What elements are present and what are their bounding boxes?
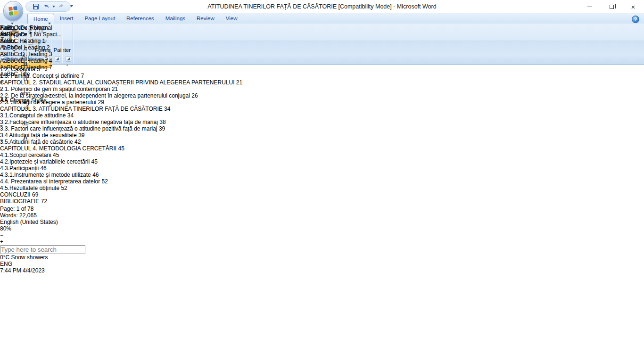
- styles-dialog-launcher[interactable]: ◢: [55, 56, 60, 62]
- title-bar: ATITUDINEA TINERILOR FAȚĂ DE CĂSĂTORIE […: [0, 0, 644, 13]
- toc-row[interactable]: 1.3. Familia. Concept și definire 7: [0, 73, 644, 79]
- find-button[interactable]: Find: [0, 25, 27, 31]
- highlight-color-button[interactable]: ab: [0, 120, 51, 127]
- restore-icon: [610, 5, 614, 9]
- ribbon-tab[interactable]: References: [121, 14, 160, 24]
- change-styles-label: Change Styles: [10, 97, 47, 104]
- ribbon-tab[interactable]: Insert: [54, 14, 79, 24]
- font-color-dropdown-icon[interactable]: [0, 140, 3, 148]
- language-status[interactable]: English (United States): [0, 219, 644, 225]
- toc-row[interactable]: 3.5.Atitudini față de căsătorie 42: [0, 139, 644, 145]
- office-logo-icon: [8, 6, 18, 16]
- toc-page-number: 45: [118, 145, 124, 152]
- toc-row[interactable]: 4.4. Prezentarea si interpretarea datelo…: [0, 178, 644, 185]
- zoom-out-button[interactable]: −: [0, 232, 644, 239]
- toc-row[interactable]: CAPITOLUL 4. METODOLOGIA CERCETĂRII 45: [0, 145, 644, 152]
- minimize-button[interactable]: [579, 0, 601, 13]
- window-controls: ×: [579, 0, 644, 13]
- superscript-icon: x²: [23, 105, 28, 112]
- clock-time: 7:44 PM: [0, 267, 21, 274]
- toc-row[interactable]: CAPITOLUL 2. STADIUL ACTUAL AL CUNOAȘTER…: [0, 79, 644, 86]
- select-button[interactable]: Select: [0, 38, 27, 44]
- word-count[interactable]: Words: 22,065: [0, 212, 644, 219]
- styles-more-button[interactable]: [0, 90, 62, 97]
- zoom-level[interactable]: 80%: [0, 225, 644, 232]
- toc-page-number: 21: [112, 86, 118, 92]
- toc-row[interactable]: 4.3.1.Instrumente și metode utilizate 46: [0, 172, 644, 178]
- toc-entry-text: 4.1.Scopul cercetării: [0, 152, 51, 158]
- office-button[interactable]: [3, 1, 23, 21]
- language-indicator[interactable]: ENG: [0, 261, 12, 267]
- ribbon-tab[interactable]: Mailings: [160, 14, 191, 24]
- style-name: Heading 2: [24, 44, 50, 51]
- ribbon-tab[interactable]: Home: [27, 14, 54, 24]
- toc-row[interactable]: 2.2. De la strategia zestrei, la indepen…: [0, 92, 644, 99]
- page-count[interactable]: Page: 1 of 78: [0, 206, 644, 212]
- ribbon-tab[interactable]: View: [220, 14, 243, 24]
- styles-more-icon: [0, 89, 3, 97]
- highlight-dropdown-icon[interactable]: [0, 125, 3, 134]
- close-icon: ×: [631, 3, 636, 10]
- toc-page-number: 34: [67, 112, 74, 119]
- toc-row[interactable]: 3.2.Factori care influențează o atitudin…: [0, 119, 644, 125]
- style-name: Heading 7: [26, 64, 52, 71]
- ribbon-tab[interactable]: Page Layout: [79, 14, 121, 24]
- superscript-button[interactable]: x²: [0, 105, 51, 112]
- toc-page-number: 7: [81, 73, 84, 79]
- toc-row[interactable]: CAPITOLUL 3. ATITUDINEA TINERILOR FAȚĂ D…: [0, 106, 644, 112]
- redo-button[interactable]: [57, 2, 66, 11]
- toc-row[interactable]: 2.3. Strategii de alegere a partenerului…: [0, 99, 644, 106]
- toc-page-number: 69: [32, 191, 38, 198]
- toc-row[interactable]: 2.1. Polemici de gen în spațiul contempo…: [0, 86, 644, 92]
- toc-row[interactable]: 4.5.Rezultatele obținute 52: [0, 185, 644, 191]
- toc-page-number: 45: [53, 152, 59, 158]
- toc-page-number: 34: [164, 106, 170, 112]
- change-styles-dropdown-icon: [47, 95, 50, 104]
- toc-page-number: 29: [98, 99, 104, 106]
- toc-page-number: 38: [159, 119, 165, 125]
- weather-widget[interactable]: 0°C Snow showers: [0, 254, 644, 261]
- save-button[interactable]: [32, 2, 40, 11]
- toc-row[interactable]: 3.4 Atitudini față de sexualitate 39: [0, 132, 644, 139]
- toc-row[interactable]: 1.2. Căsătoria 5: [0, 66, 644, 73]
- system-tray: 0°C Snow showers ENG 7:44 PM 4/4/2023: [0, 254, 644, 274]
- toc-row[interactable]: 3.1.Conceptul de atitudine 34: [0, 112, 644, 119]
- toc-row[interactable]: 4.1.Scopul cercetării 45: [0, 152, 644, 158]
- toc-page-number: 45: [91, 158, 97, 165]
- find-label: Find: [0, 25, 11, 31]
- zoom-in-button[interactable]: +: [0, 239, 644, 245]
- toc-row[interactable]: CONCLUZII 69: [0, 191, 644, 198]
- toc-row[interactable]: 4.2.Ipotezele și variabilele cercetării …: [0, 158, 644, 165]
- change-styles-button[interactable]: AA Change Styles: [0, 97, 62, 104]
- ribbon-tab[interactable]: Review: [191, 14, 220, 24]
- toc-page-number: 42: [74, 139, 81, 145]
- undo-dropdown-icon[interactable]: [52, 6, 55, 8]
- replace-icon: ab: [0, 31, 6, 38]
- change-case-dropdown-icon: [28, 115, 30, 116]
- toc-row[interactable]: BIBLIOGRAFIE 72: [0, 198, 644, 205]
- font-color-button[interactable]: A: [0, 134, 51, 141]
- undo-icon: [43, 4, 50, 9]
- taskbar-clock[interactable]: 7:44 PM 4/4/2023: [0, 267, 644, 274]
- close-button[interactable]: ×: [622, 0, 644, 13]
- find-dropdown-icon: [11, 23, 14, 31]
- toc-row[interactable]: 4.3.Participanții 46: [0, 165, 644, 172]
- toc-page-number: 39: [159, 125, 165, 132]
- quick-access-toolbar: [25, 1, 71, 12]
- search-input[interactable]: [0, 245, 85, 254]
- help-button[interactable]: ?: [632, 16, 639, 23]
- restore-button[interactable]: [601, 0, 622, 13]
- toc-row[interactable]: 3.3. Factori care influențează o atitudi…: [0, 125, 644, 132]
- customize-qat-button[interactable]: [68, 4, 75, 10]
- clipboard-dialog-launcher[interactable]: ◢: [66, 56, 71, 62]
- replace-button[interactable]: abReplace: [0, 31, 27, 38]
- taskbar-search[interactable]: [0, 245, 644, 254]
- style-card[interactable]: AaBbC Title: [0, 71, 62, 77]
- undo-button[interactable]: [42, 2, 50, 11]
- redo-icon: [58, 4, 65, 9]
- styles-scroll-up-button[interactable]: [0, 77, 62, 84]
- change-case-button[interactable]: Aa: [0, 112, 51, 120]
- select-dropdown-icon: [16, 36, 18, 44]
- style-card[interactable]: AaBbCcD Heading 7: [0, 64, 62, 71]
- styles-scroll-down-button[interactable]: [0, 84, 62, 90]
